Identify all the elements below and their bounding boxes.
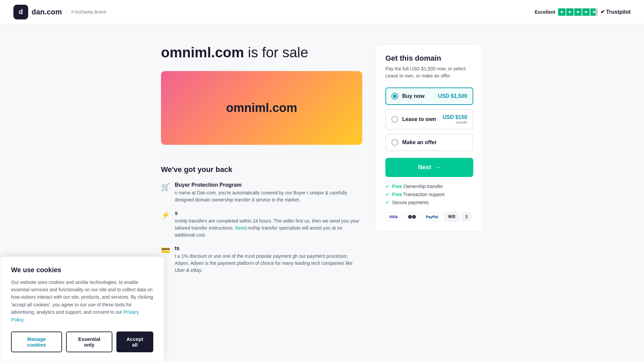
check-icon-2: ✓	[385, 192, 389, 197]
feature-item-3: 💳 ts t a 1% discount or use one of the m…	[161, 245, 362, 274]
main-content: omniml.com is for sale omniml.com We've …	[0, 24, 644, 294]
lease-price: USD $150	[442, 114, 467, 120]
cookie-banner: We use cookies Our website uses cookies …	[0, 256, 164, 362]
check-icon-1: ✓	[385, 184, 389, 189]
need-link[interactable]: Need	[235, 225, 246, 231]
benefits-list: ✓ Free Ownership transfer ✓ Free Transac…	[385, 184, 473, 205]
domain-name-title: omniml.com	[161, 45, 244, 60]
star-3: ★	[574, 8, 582, 16]
payment-icons: VISA ⬤⬤ PayPal 银联 ₿	[385, 212, 473, 222]
godaddy-brand: A GoDaddy Brand	[66, 9, 106, 14]
content-left: omniml.com is for sale omniml.com We've …	[161, 44, 362, 281]
manage-cookies-button[interactable]: Manage cookies	[11, 331, 62, 352]
buy-now-radio[interactable]	[391, 93, 398, 100]
make-offer-option[interactable]: Make an offer	[385, 134, 473, 151]
feature-text-2: nrship transfers are completed within 24…	[175, 218, 362, 239]
header: d dan.com A GoDaddy Brand Excellent ★ ★ …	[0, 0, 644, 24]
pricing-card: Get this domain Pay the full USD $1,500 …	[376, 44, 483, 231]
feature-content-2: s nrship transfers are completed within …	[175, 210, 362, 239]
dan-logo-letter: d	[19, 8, 23, 16]
cookie-text: Our website uses cookies and similar tec…	[11, 279, 153, 323]
page-title: omniml.com is for sale	[161, 44, 362, 61]
trustpilot-label: Excellent	[535, 9, 555, 15]
benefit-free-1: Free Ownership transfer	[392, 184, 443, 189]
feature-text-1: n name at Dan.com, you're automatically …	[175, 189, 362, 203]
radio-inner-selected	[393, 95, 396, 98]
cookie-title: We use cookies	[11, 266, 153, 274]
lease-to-own-label: Lease to own	[402, 116, 438, 122]
star-1: ★	[558, 8, 566, 16]
page-title-suffix: is for sale	[244, 45, 308, 60]
feature-title-3: ts	[175, 245, 362, 251]
paypal-icon: PayPal	[422, 213, 442, 221]
benefit-free-2: Free Transaction support	[392, 192, 444, 197]
next-arrow-icon: →	[435, 164, 441, 171]
feature-item-2: ⚡ s nrship transfers are completed withi…	[161, 210, 362, 239]
domain-banner: omniml.com	[161, 71, 362, 145]
check-icon-3: ✓	[385, 200, 389, 205]
benefit-3: ✓ Secure payments	[385, 200, 473, 205]
domain-banner-text: omniml.com	[226, 101, 297, 115]
lease-price-sub: /month	[442, 120, 467, 124]
benefit-2: ✓ Free Transaction support	[385, 192, 473, 197]
trustpilot-stars: ★ ★ ★ ★ ★	[558, 8, 598, 16]
unionpay-icon: 银联	[444, 212, 459, 222]
visa-icon: VISA	[385, 213, 401, 221]
cart-icon: 🛒	[161, 183, 170, 191]
feature-text-3: t a 1% discount or use one of the most p…	[175, 253, 362, 274]
buy-now-option[interactable]: Buy now USD $1,500	[385, 87, 473, 105]
dan-logo-icon: d	[13, 5, 28, 19]
benefit-1: ✓ Free Ownership transfer	[385, 184, 473, 189]
next-button[interactable]: Next →	[385, 158, 473, 177]
star-2: ★	[566, 8, 574, 16]
make-offer-radio[interactable]	[391, 139, 398, 146]
features-title: We've got your back	[161, 165, 362, 174]
accept-all-button[interactable]: Accept all	[116, 331, 153, 352]
feature-content-3: ts t a 1% discount or use one of the mos…	[175, 245, 362, 274]
buy-now-label: Buy now	[402, 93, 434, 99]
fast-icon: ⚡	[161, 211, 170, 220]
payment-options-icon: 💳	[161, 246, 170, 255]
dan-logo: d dan.com A GoDaddy Brand	[13, 5, 106, 19]
cookie-actions: Manage cookies Essential only Accept all	[11, 331, 153, 352]
divider	[161, 155, 362, 155]
feature-content-1: Buyer Protection Program n name at Dan.c…	[175, 182, 362, 203]
pricing-card-title: Get this domain	[385, 54, 473, 63]
content-right: Get this domain Pay the full USD $1,500 …	[376, 44, 483, 281]
star-4: ★	[582, 8, 590, 16]
dan-logo-text: dan.com	[32, 8, 62, 16]
header-left: d dan.com A GoDaddy Brand	[13, 5, 106, 19]
trustpilot-area: Excellent ★ ★ ★ ★ ★ ✔ Trustpilot	[535, 8, 631, 16]
next-button-label: Next	[418, 164, 431, 171]
lease-to-own-radio[interactable]	[391, 116, 398, 123]
lease-to-own-option[interactable]: Lease to own USD $150 /month	[385, 109, 473, 130]
feature-item-1: 🛒 Buyer Protection Program n name at Dan…	[161, 182, 362, 203]
trustpilot-logo: ✔ Trustpilot	[600, 9, 631, 15]
feature-title-1: Buyer Protection Program	[175, 182, 362, 188]
benefit-text-3: Secure payments	[392, 200, 429, 205]
buy-now-price-container: USD $1,500	[438, 93, 467, 99]
pricing-card-subtitle: Pay the full USD $1,500 now, or select L…	[385, 65, 473, 79]
lease-price-container: USD $150 /month	[442, 114, 467, 124]
buy-now-price: USD $1,500	[438, 93, 467, 99]
essential-only-button[interactable]: Essential only	[66, 331, 112, 352]
feature-title-2: s	[175, 210, 362, 216]
make-offer-label: Make an offer	[402, 139, 467, 145]
crypto-icon: ₿	[462, 213, 471, 221]
mastercard-icon: ⬤⬤	[404, 212, 420, 221]
star-5: ★	[590, 8, 598, 16]
